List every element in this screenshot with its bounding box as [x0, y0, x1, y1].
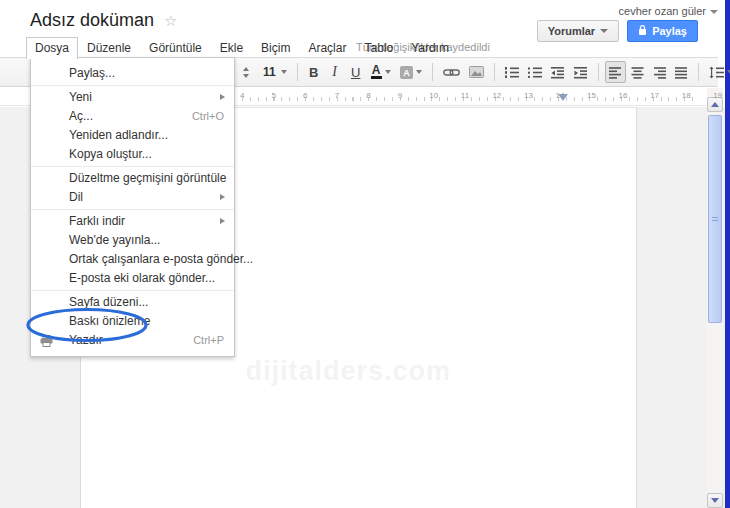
- submenu-arrow-icon: [220, 194, 225, 200]
- printer-icon: [40, 334, 53, 353]
- ruler-number: 7: [335, 91, 339, 100]
- bulleted-list-button[interactable]: [524, 61, 546, 83]
- justify-button[interactable]: [671, 61, 692, 83]
- ruler-number: 17: [650, 91, 659, 100]
- ruler-number: 19: [713, 91, 722, 100]
- submenu-arrow-icon: [220, 218, 225, 224]
- outdent-button[interactable]: [547, 61, 569, 83]
- menu-item-label: Yazdır: [69, 333, 103, 347]
- menubar-item-araçlar[interactable]: Araçlar: [299, 37, 355, 57]
- toolbar-separator: [494, 63, 495, 81]
- menu-shortcut: Ctrl+P: [193, 331, 224, 350]
- align-right-button[interactable]: [649, 61, 670, 83]
- file-menu-item[interactable]: Dil: [31, 188, 234, 207]
- ruler-number: 18: [682, 91, 691, 100]
- toolbar-separator: [598, 63, 599, 81]
- ruler-number: 13: [524, 91, 533, 100]
- file-menu-item[interactable]: E-posta eki olarak gönder...: [31, 269, 234, 288]
- file-menu-item-highlighted[interactable]: Baskı önizleme: [31, 312, 234, 331]
- menu-item-label: Düzeltme geçmişini görüntüle: [69, 171, 226, 185]
- file-menu-item[interactable]: Ortak çalışanlara e-posta gönder...: [31, 250, 234, 269]
- file-menu-item[interactable]: Farklı indir: [31, 212, 234, 231]
- menu-item-label: Yeni: [69, 90, 92, 104]
- toolbar-separator: [432, 63, 433, 81]
- menu-item-label: Web'de yayınla...: [69, 233, 160, 247]
- indent-button[interactable]: [570, 61, 592, 83]
- ruler-number: 5: [272, 91, 276, 100]
- file-menu-item[interactable]: Yeniden adlandır...: [31, 126, 234, 145]
- text-color-button[interactable]: A: [367, 61, 395, 83]
- menubar-item-dosya[interactable]: Dosya: [26, 37, 78, 59]
- star-icon[interactable]: ☆: [164, 12, 177, 29]
- chevron-down-icon: [281, 70, 287, 74]
- align-left-button[interactable]: [605, 61, 626, 83]
- ruler-number: 4: [240, 91, 244, 100]
- menu-item-label: Dil: [69, 190, 83, 204]
- menu-item-label: Yeniden adlandır...: [69, 128, 168, 142]
- menubar-item-yardım[interactable]: Yardım: [402, 37, 458, 57]
- vertical-scrollbar[interactable]: [707, 88, 723, 508]
- chevron-up-icon: [711, 102, 719, 107]
- file-menu-item[interactable]: YazdırCtrl+P: [31, 331, 234, 350]
- ruler-number: 8: [366, 91, 370, 100]
- menubar: DosyaDüzenleGörüntüleEkleBiçimAraçlarTab…: [26, 37, 458, 57]
- account-menu[interactable]: cevher ozan güler: [619, 5, 718, 17]
- ruler-number: 16: [619, 91, 628, 100]
- chevron-down-icon: [710, 10, 718, 14]
- watermark: dijitalders.com: [245, 356, 451, 387]
- toolbar-separator: [297, 63, 298, 81]
- menu-item-label: Paylaş...: [69, 66, 115, 80]
- ruler-number: 14: [556, 91, 565, 100]
- comments-button-label: Yorumlar: [548, 25, 595, 37]
- file-menu-item[interactable]: Aç...Ctrl+O: [31, 107, 234, 126]
- menubar-item-düzenle[interactable]: Düzenle: [78, 37, 140, 57]
- insert-image-button[interactable]: [465, 61, 488, 83]
- ruler-number: 11: [461, 91, 469, 100]
- comments-button[interactable]: Yorumlar: [537, 20, 619, 42]
- scroll-down-button[interactable]: [707, 493, 723, 508]
- header-actions: Yorumlar Paylaş: [537, 20, 698, 42]
- file-menu-item[interactable]: Sayfa düzeni...: [31, 293, 234, 312]
- scrollbar-thumb[interactable]: [708, 115, 722, 323]
- menu-divider: [31, 166, 234, 167]
- ruler-number: 6: [303, 91, 307, 100]
- scrollbar-grip-icon: [712, 217, 718, 221]
- chevron-down-icon: [711, 498, 719, 503]
- share-button-label: Paylaş: [652, 25, 687, 37]
- title-row: Adsız doküman☆: [30, 10, 178, 31]
- file-menu-dropdown: Paylaş...YeniAç...Ctrl+OYeniden adlandır…: [30, 57, 235, 357]
- menubar-item-ekle[interactable]: Ekle: [211, 37, 252, 57]
- google-docs-app: cevher ozan güler Adsız doküman☆ Yorumla…: [0, 0, 730, 508]
- submenu-arrow-icon: [220, 94, 225, 100]
- menu-item-label: Farklı indir: [69, 214, 125, 228]
- file-menu-item[interactable]: Düzeltme geçmişini görüntüle: [31, 169, 234, 188]
- menubar-item-biçim[interactable]: Biçim: [252, 37, 299, 57]
- menu-item-label: Sayfa düzeni...: [69, 295, 148, 309]
- file-menu-item[interactable]: Yeni: [31, 88, 234, 107]
- numbered-list-button[interactable]: [501, 61, 523, 83]
- file-menu-item[interactable]: Web'de yayınla...: [31, 231, 234, 250]
- ruler-number: 9: [398, 91, 402, 100]
- menu-item-label: Baskı önizleme: [69, 314, 150, 328]
- insert-link-button[interactable]: [439, 61, 464, 83]
- align-center-button[interactable]: [627, 61, 648, 83]
- menu-divider: [31, 85, 234, 86]
- menubar-item-tablo[interactable]: Tablo: [355, 37, 402, 57]
- lock-icon: [638, 24, 647, 38]
- menubar-item-görüntüle[interactable]: Görüntüle: [140, 37, 211, 57]
- share-button[interactable]: Paylaş: [627, 20, 698, 42]
- underline-button[interactable]: U: [346, 61, 366, 83]
- italic-button[interactable]: I: [325, 61, 345, 83]
- highlight-color-button[interactable]: A: [396, 61, 426, 83]
- document-title[interactable]: Adsız doküman: [30, 10, 154, 30]
- file-menu-item[interactable]: Paylaş...: [31, 64, 234, 83]
- font-size-select[interactable]: 11: [257, 61, 291, 83]
- menu-shortcut: Ctrl+O: [192, 107, 224, 126]
- toolbar-separator: [698, 63, 699, 81]
- bold-button[interactable]: B: [304, 61, 324, 83]
- line-spacing-button[interactable]: [705, 61, 730, 83]
- menu-item-label: Ortak çalışanlara e-posta gönder...: [69, 252, 253, 266]
- file-menu-item[interactable]: Kopya oluştur...: [31, 145, 234, 164]
- font-size-stepper[interactable]: [236, 61, 256, 83]
- menu-item-label: Kopya oluştur...: [69, 147, 152, 161]
